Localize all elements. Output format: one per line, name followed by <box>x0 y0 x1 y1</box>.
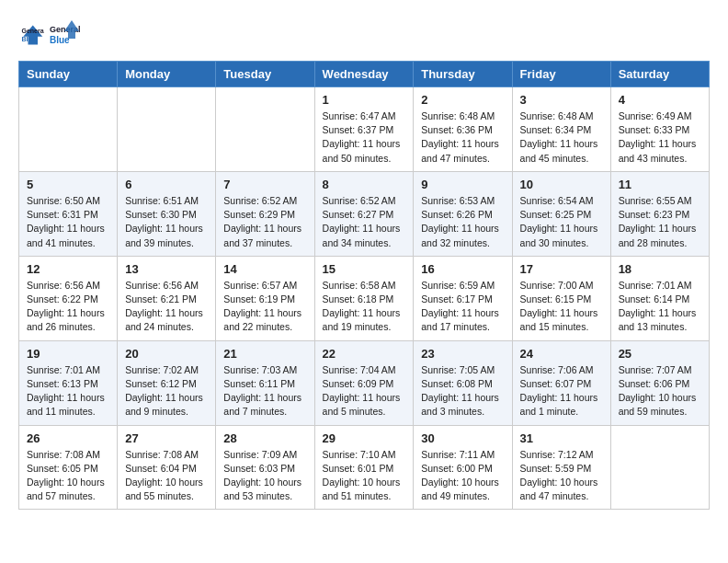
calendar-cell <box>610 425 709 510</box>
calendar-cell: 20Sunrise: 7:02 AM Sunset: 6:12 PM Dayli… <box>118 340 216 425</box>
weekday-header-sunday: Sunday <box>19 62 118 87</box>
day-info: Sunrise: 6:56 AM Sunset: 6:21 PM Dayligh… <box>125 279 208 335</box>
calendar-cell: 31Sunrise: 7:12 AM Sunset: 5:59 PM Dayli… <box>512 425 610 510</box>
day-number: 9 <box>421 178 504 191</box>
calendar-cell: 13Sunrise: 6:56 AM Sunset: 6:21 PM Dayli… <box>118 256 216 340</box>
calendar-cell: 8Sunrise: 6:52 AM Sunset: 6:27 PM Daylig… <box>314 171 414 256</box>
calendar-cell: 26Sunrise: 7:08 AM Sunset: 6:05 PM Dayli… <box>19 425 118 510</box>
day-info: Sunrise: 7:01 AM Sunset: 6:14 PM Dayligh… <box>619 279 701 335</box>
day-number: 23 <box>421 347 504 361</box>
day-info: Sunrise: 6:54 AM Sunset: 6:25 PM Dayligh… <box>520 194 603 250</box>
day-info: Sunrise: 6:56 AM Sunset: 6:22 PM Dayligh… <box>27 279 109 335</box>
day-info: Sunrise: 6:55 AM Sunset: 6:23 PM Dayligh… <box>619 194 701 250</box>
day-info: Sunrise: 6:51 AM Sunset: 6:30 PM Dayligh… <box>125 194 208 250</box>
calendar-cell: 22Sunrise: 7:04 AM Sunset: 6:09 PM Dayli… <box>314 340 414 425</box>
day-info: Sunrise: 6:50 AM Sunset: 6:31 PM Dayligh… <box>27 194 109 250</box>
day-number: 17 <box>520 262 603 276</box>
calendar-cell: 17Sunrise: 7:00 AM Sunset: 6:15 PM Dayli… <box>512 256 610 340</box>
day-number: 29 <box>323 431 406 445</box>
day-info: Sunrise: 7:06 AM Sunset: 6:07 PM Dayligh… <box>520 363 603 419</box>
day-number: 7 <box>223 178 306 191</box>
day-number: 21 <box>223 347 306 361</box>
day-info: Sunrise: 7:03 AM Sunset: 6:11 PM Dayligh… <box>223 363 306 419</box>
day-number: 6 <box>125 178 208 191</box>
day-number: 31 <box>520 431 603 445</box>
calendar-cell: 7Sunrise: 6:52 AM Sunset: 6:29 PM Daylig… <box>216 171 314 256</box>
day-info: Sunrise: 7:10 AM Sunset: 6:01 PM Dayligh… <box>323 448 406 504</box>
day-info: Sunrise: 7:01 AM Sunset: 6:13 PM Dayligh… <box>27 363 109 419</box>
calendar-cell: 16Sunrise: 6:59 AM Sunset: 6:17 PM Dayli… <box>414 256 512 340</box>
day-number: 8 <box>323 178 406 191</box>
day-info: Sunrise: 6:52 AM Sunset: 6:27 PM Dayligh… <box>323 194 406 250</box>
svg-text:General: General <box>22 28 45 34</box>
calendar-week-row: 1Sunrise: 6:47 AM Sunset: 6:37 PM Daylig… <box>19 87 710 172</box>
calendar-cell: 18Sunrise: 7:01 AM Sunset: 6:14 PM Dayli… <box>610 256 709 340</box>
calendar-cell: 25Sunrise: 7:07 AM Sunset: 6:06 PM Dayli… <box>610 340 709 425</box>
day-info: Sunrise: 7:11 AM Sunset: 6:00 PM Dayligh… <box>421 448 504 504</box>
calendar-cell: 4Sunrise: 6:49 AM Sunset: 6:33 PM Daylig… <box>610 87 709 172</box>
svg-text:Blue: Blue <box>22 36 36 42</box>
calendar-week-row: 5Sunrise: 6:50 AM Sunset: 6:31 PM Daylig… <box>19 171 710 256</box>
calendar-cell: 15Sunrise: 6:58 AM Sunset: 6:18 PM Dayli… <box>314 256 414 340</box>
calendar-cell: 2Sunrise: 6:48 AM Sunset: 6:36 PM Daylig… <box>414 87 512 172</box>
day-number: 15 <box>323 262 406 276</box>
day-number: 10 <box>520 178 603 191</box>
day-info: Sunrise: 6:49 AM Sunset: 6:33 PM Dayligh… <box>619 109 701 166</box>
day-info: Sunrise: 7:08 AM Sunset: 6:04 PM Dayligh… <box>125 448 208 504</box>
day-info: Sunrise: 6:47 AM Sunset: 6:37 PM Dayligh… <box>323 109 406 166</box>
page-header: General Blue General Blue <box>18 18 710 52</box>
day-number: 16 <box>421 262 504 276</box>
svg-text:Blue: Blue <box>50 35 70 45</box>
logo-graphic: General Blue <box>48 18 81 52</box>
day-number: 20 <box>125 347 208 361</box>
calendar-cell: 1Sunrise: 6:47 AM Sunset: 6:37 PM Daylig… <box>314 87 414 172</box>
day-number: 4 <box>619 93 701 107</box>
day-info: Sunrise: 7:08 AM Sunset: 6:05 PM Dayligh… <box>27 448 109 504</box>
calendar-cell: 27Sunrise: 7:08 AM Sunset: 6:04 PM Dayli… <box>118 425 216 510</box>
calendar-cell: 14Sunrise: 6:57 AM Sunset: 6:19 PM Dayli… <box>216 256 314 340</box>
day-info: Sunrise: 6:48 AM Sunset: 6:34 PM Dayligh… <box>520 109 603 166</box>
day-number: 19 <box>27 347 109 361</box>
logo-icon: General Blue <box>18 22 44 48</box>
day-number: 14 <box>223 262 306 276</box>
day-info: Sunrise: 7:05 AM Sunset: 6:08 PM Dayligh… <box>421 363 504 419</box>
day-number: 26 <box>27 431 109 445</box>
day-number: 1 <box>323 93 406 107</box>
day-info: Sunrise: 6:53 AM Sunset: 6:26 PM Dayligh… <box>421 194 504 250</box>
weekday-header-thursday: Thursday <box>414 62 512 87</box>
weekday-header-monday: Monday <box>118 62 216 87</box>
logo: General Blue General Blue <box>18 18 81 52</box>
day-number: 30 <box>421 431 504 445</box>
calendar-cell: 21Sunrise: 7:03 AM Sunset: 6:11 PM Dayli… <box>216 340 314 425</box>
day-number: 28 <box>223 431 306 445</box>
day-number: 22 <box>323 347 406 361</box>
weekday-header-saturday: Saturday <box>610 62 709 87</box>
day-number: 13 <box>125 262 208 276</box>
calendar-cell: 24Sunrise: 7:06 AM Sunset: 6:07 PM Dayli… <box>512 340 610 425</box>
day-number: 12 <box>27 262 109 276</box>
calendar-week-row: 12Sunrise: 6:56 AM Sunset: 6:22 PM Dayli… <box>19 256 710 340</box>
day-info: Sunrise: 6:59 AM Sunset: 6:17 PM Dayligh… <box>421 279 504 335</box>
calendar-week-row: 26Sunrise: 7:08 AM Sunset: 6:05 PM Dayli… <box>19 425 710 510</box>
calendar-cell: 9Sunrise: 6:53 AM Sunset: 6:26 PM Daylig… <box>414 171 512 256</box>
day-number: 2 <box>421 93 504 107</box>
calendar-cell: 23Sunrise: 7:05 AM Sunset: 6:08 PM Dayli… <box>414 340 512 425</box>
day-info: Sunrise: 6:48 AM Sunset: 6:36 PM Dayligh… <box>421 109 504 166</box>
calendar-header-row: SundayMondayTuesdayWednesdayThursdayFrid… <box>19 62 710 87</box>
day-number: 18 <box>619 262 701 276</box>
calendar-cell <box>19 87 118 172</box>
calendar-cell: 5Sunrise: 6:50 AM Sunset: 6:31 PM Daylig… <box>19 171 118 256</box>
day-number: 3 <box>520 93 603 107</box>
day-number: 24 <box>520 347 603 361</box>
day-number: 27 <box>125 431 208 445</box>
day-info: Sunrise: 7:00 AM Sunset: 6:15 PM Dayligh… <box>520 279 603 335</box>
calendar-cell: 3Sunrise: 6:48 AM Sunset: 6:34 PM Daylig… <box>512 87 610 172</box>
calendar-cell: 29Sunrise: 7:10 AM Sunset: 6:01 PM Dayli… <box>314 425 414 510</box>
calendar-cell: 6Sunrise: 6:51 AM Sunset: 6:30 PM Daylig… <box>118 171 216 256</box>
calendar-week-row: 19Sunrise: 7:01 AM Sunset: 6:13 PM Dayli… <box>19 340 710 425</box>
day-number: 11 <box>619 178 701 191</box>
calendar-cell: 12Sunrise: 6:56 AM Sunset: 6:22 PM Dayli… <box>19 256 118 340</box>
calendar-cell: 19Sunrise: 7:01 AM Sunset: 6:13 PM Dayli… <box>19 340 118 425</box>
calendar-cell: 30Sunrise: 7:11 AM Sunset: 6:00 PM Dayli… <box>414 425 512 510</box>
day-info: Sunrise: 7:07 AM Sunset: 6:06 PM Dayligh… <box>619 363 701 419</box>
